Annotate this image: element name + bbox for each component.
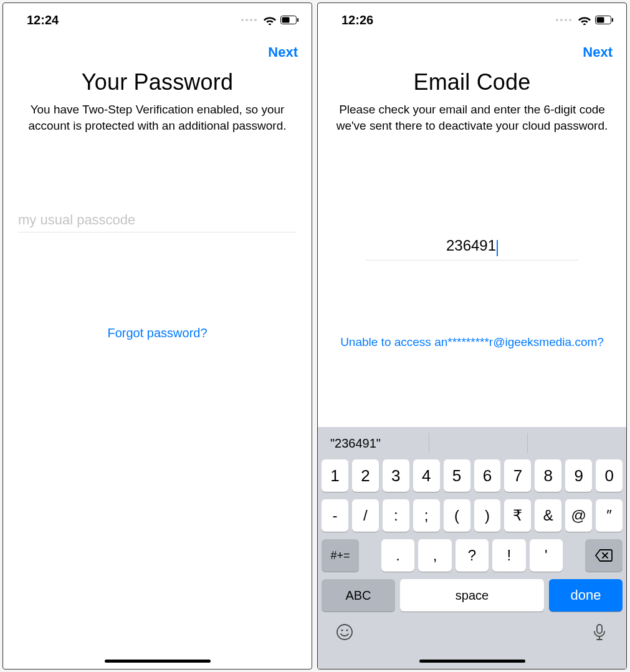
- status-icons: [241, 15, 299, 25]
- svg-rect-2: [297, 18, 298, 22]
- key-comma[interactable]: ,: [418, 539, 451, 572]
- key-5[interactable]: 5: [444, 459, 470, 492]
- key-row-1: 1 2 3 4 5 6 7 8 9 0: [318, 459, 626, 492]
- key-6[interactable]: 6: [474, 459, 501, 492]
- key-rparen[interactable]: ): [474, 499, 501, 532]
- key-0[interactable]: 0: [596, 459, 623, 492]
- key-semicolon[interactable]: ;: [413, 499, 440, 532]
- key-apostrophe[interactable]: ': [530, 539, 563, 572]
- page-subtitle: You have Two-Step Verification enabled, …: [3, 95, 312, 133]
- key-amp[interactable]: &: [535, 499, 561, 532]
- unable-access-link[interactable]: Unable to access an*********r@igeeksmedi…: [318, 335, 626, 349]
- cellular-dots-icon: [241, 19, 257, 21]
- key-dash[interactable]: -: [322, 499, 348, 532]
- key-7[interactable]: 7: [504, 459, 531, 492]
- svg-rect-5: [612, 18, 613, 22]
- key-9[interactable]: 9: [565, 459, 592, 492]
- key-slash[interactable]: /: [352, 499, 379, 532]
- page-title: Email Code: [318, 69, 626, 95]
- nav-bar: Next: [3, 33, 312, 65]
- status-time: 12:26: [341, 13, 373, 27]
- key-row-2: - / : ; ( ) ₹ & @ ″: [318, 499, 626, 532]
- code-input[interactable]: 236491: [446, 237, 496, 254]
- key-period[interactable]: .: [381, 539, 414, 572]
- key-exclaim[interactable]: !: [492, 539, 525, 572]
- key-abc[interactable]: ABC: [322, 579, 395, 612]
- battery-icon: [280, 16, 299, 24]
- suggestion-2[interactable]: [429, 433, 528, 453]
- next-button[interactable]: Next: [268, 44, 298, 60]
- status-time: 12:24: [27, 13, 59, 27]
- key-8[interactable]: 8: [535, 459, 561, 492]
- key-done[interactable]: done: [549, 579, 623, 612]
- key-2[interactable]: 2: [352, 459, 379, 492]
- key-colon[interactable]: :: [383, 499, 409, 532]
- nav-bar: Next: [318, 33, 626, 65]
- key-space[interactable]: space: [400, 579, 544, 612]
- backspace-icon: [594, 549, 613, 562]
- phone-left: 12:24 Next Your Password You have Two-St…: [2, 2, 312, 670]
- password-input[interactable]: [18, 212, 297, 228]
- suggestion-1[interactable]: "236491": [318, 433, 429, 453]
- svg-point-7: [341, 629, 343, 631]
- key-3[interactable]: 3: [383, 459, 409, 492]
- key-lparen[interactable]: (: [444, 499, 470, 532]
- mic-icon[interactable]: [590, 623, 609, 641]
- key-symbols[interactable]: #+=: [322, 539, 359, 572]
- spacer: [566, 539, 581, 572]
- forgot-password-link[interactable]: Forgot password?: [3, 326, 312, 340]
- key-at[interactable]: @: [565, 499, 592, 532]
- wifi-icon: [578, 15, 591, 25]
- text-caret: [497, 240, 498, 256]
- svg-point-6: [337, 625, 352, 640]
- suggestion-3[interactable]: [528, 433, 626, 453]
- keyboard: "236491" 1 2 3 4 5 6 7 8 9 0 - / : ; ( )…: [318, 427, 626, 669]
- next-button[interactable]: Next: [583, 44, 613, 60]
- page-title: Your Password: [3, 69, 312, 95]
- emoji-icon[interactable]: [335, 623, 354, 641]
- home-indicator[interactable]: [105, 660, 211, 663]
- home-indicator[interactable]: [419, 660, 525, 663]
- code-input-wrap[interactable]: 236491: [365, 233, 579, 261]
- phone-right: 12:26 Next Email Code Please check your …: [317, 2, 627, 670]
- key-row-4: ABC space done: [318, 579, 626, 612]
- key-backspace[interactable]: [585, 539, 623, 572]
- status-bar: 12:26: [318, 3, 626, 33]
- password-input-wrap: [18, 208, 297, 233]
- spacer: [363, 539, 378, 572]
- suggestion-bar: "236491": [318, 427, 626, 459]
- key-row-3: #+= . , ? ! ': [318, 539, 626, 572]
- key-doubleprime[interactable]: ″: [596, 499, 623, 532]
- status-icons: [556, 15, 614, 25]
- keyboard-footer: [318, 620, 626, 641]
- key-4[interactable]: 4: [413, 459, 440, 492]
- key-question[interactable]: ?: [456, 539, 489, 572]
- page-subtitle: Please check your email and enter the 6-…: [318, 95, 626, 133]
- key-rupee[interactable]: ₹: [504, 499, 531, 532]
- status-bar: 12:24: [3, 3, 312, 33]
- svg-rect-4: [597, 17, 604, 23]
- key-1[interactable]: 1: [322, 459, 348, 492]
- svg-rect-9: [597, 625, 602, 633]
- svg-point-8: [346, 629, 348, 631]
- svg-rect-1: [282, 17, 290, 23]
- wifi-icon: [263, 15, 277, 25]
- cellular-dots-icon: [556, 19, 571, 21]
- battery-icon: [595, 16, 614, 24]
